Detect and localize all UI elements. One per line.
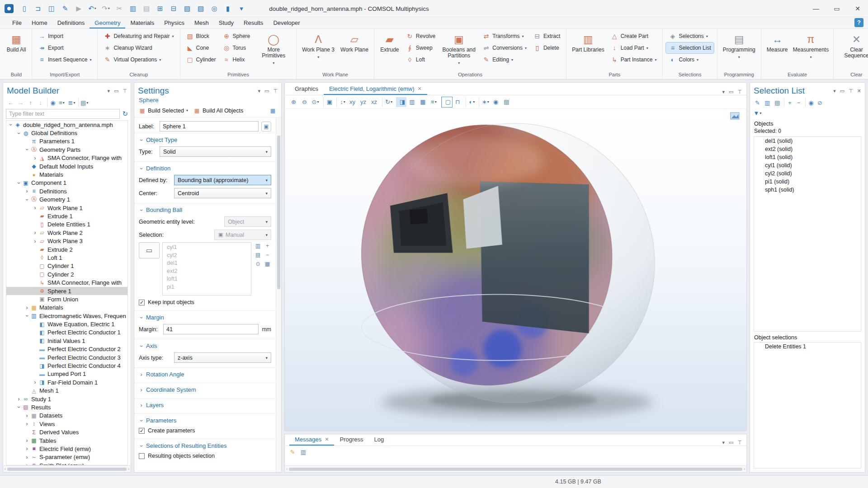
extract-button[interactable]: ⊟Extract xyxy=(531,31,563,42)
work-plane-button[interactable]: ▱Work Plane xyxy=(338,31,371,71)
save-icon[interactable]: ◫▾ xyxy=(45,3,58,14)
load-part-button[interactable]: ↓Load Part▾ xyxy=(608,42,660,53)
create-part-button[interactable]: △Create Part xyxy=(608,31,660,42)
maximize-button[interactable]: ▭ xyxy=(826,0,847,17)
pin-panel-icon[interactable]: ⊤ xyxy=(737,89,742,95)
float-panel-icon[interactable]: ▭ xyxy=(264,88,269,94)
panel-menu-icon[interactable]: ▾ xyxy=(722,440,725,446)
open-file-icon[interactable]: ⊐▾ xyxy=(32,3,44,14)
active-selection-toggle[interactable]: ▭ xyxy=(139,242,160,258)
new-file-icon[interactable]: ▯▾ xyxy=(18,3,31,14)
tree-item[interactable]: Electromagnetic Waves, Frequen xyxy=(6,312,127,320)
tree-item[interactable]: Wave Equation, Electric 1 xyxy=(6,320,127,328)
tree-expander-icon[interactable] xyxy=(24,146,30,153)
tree-expander-icon[interactable] xyxy=(24,413,30,419)
tree-item[interactable]: SMA Connector, Flange with xyxy=(6,278,127,286)
add-icon[interactable]: + xyxy=(264,242,271,249)
go-to-xy-view-icon[interactable]: xy▾ xyxy=(347,97,358,107)
collapse-expand-icon[interactable]: ≡▾ xyxy=(57,98,66,107)
menu-tab[interactable]: Home xyxy=(27,18,52,28)
move-up-icon[interactable]: ↑▾ xyxy=(26,98,35,107)
tree-item[interactable]: Datasets xyxy=(6,412,127,420)
environment-icon[interactable]: ∗▾ xyxy=(479,97,490,107)
horizontal-scrollbar[interactable]: ‹ › xyxy=(285,465,746,472)
node-text-icon[interactable]: ▤▾ xyxy=(78,98,88,107)
clear-sequence-button[interactable]: ✕Clear Sequence xyxy=(837,31,868,71)
copy-text-icon[interactable]: ▥ xyxy=(299,448,307,456)
duplicate-icon[interactable]: ⊞▾ xyxy=(154,3,166,14)
create-selection-icon[interactable]: ▦ xyxy=(264,260,271,267)
tree-item[interactable]: Materials xyxy=(6,170,127,178)
pin-panel-icon[interactable]: ⊤ xyxy=(849,88,853,94)
scrollbar-thumb[interactable] xyxy=(277,136,280,289)
tree-expander-icon[interactable] xyxy=(24,437,30,444)
messages-tab[interactable]: Progress ✕ xyxy=(334,434,368,446)
pin-panel-icon[interactable]: ⊤ xyxy=(123,88,127,94)
tree-item[interactable]: Extrude 1 xyxy=(6,212,127,220)
sweep-button[interactable]: ∮Sweep xyxy=(403,42,438,53)
import-button[interactable]: →Import xyxy=(35,31,94,42)
tree-expander-icon[interactable] xyxy=(15,396,22,402)
graphics-canvas[interactable] xyxy=(285,109,746,431)
axis-type-select[interactable]: z-axis xyxy=(174,352,271,363)
tree-item[interactable]: Far-Field Domain 1 xyxy=(6,378,127,386)
show-icon[interactable]: ◉▾ xyxy=(47,98,57,107)
zoom-to-selection-icon[interactable]: ⊙ xyxy=(254,260,262,267)
pin-panel-icon[interactable]: ⊤ xyxy=(273,88,278,94)
undo-icon[interactable]: ↶▾ xyxy=(86,3,99,14)
tree-item[interactable]: Perfect Electric Conductor 1 xyxy=(6,328,127,337)
panel-menu-icon[interactable]: ▾ xyxy=(107,88,110,94)
tree-item[interactable]: Study 1 xyxy=(6,395,127,403)
parameters-section-header[interactable]: ›Parameters xyxy=(134,417,276,424)
tree-item[interactable]: Loft 1 xyxy=(6,253,127,262)
tree-expander-icon[interactable] xyxy=(15,130,22,136)
tree-expander-icon[interactable] xyxy=(32,155,38,161)
tree-item[interactable]: S-parameter (emw) xyxy=(6,453,127,461)
select-icon[interactable]: ▧▾ xyxy=(181,3,193,14)
zoom-out-icon[interactable]: ⊖▾ xyxy=(299,97,310,107)
objects-list[interactable]: del1 (solid) ext2 (solid) loft1 (solid) … xyxy=(754,136,861,332)
selection-list-button[interactable]: ≡Selection List xyxy=(666,42,713,53)
tree-filter-input[interactable] xyxy=(6,109,120,119)
defined-by-select[interactable]: Bounding ball (approximate) xyxy=(174,175,271,185)
messages-tab[interactable]: Messages ✕ xyxy=(289,434,334,446)
redo-icon[interactable]: ↷▾ xyxy=(99,3,112,14)
tree-item[interactable]: Results xyxy=(6,403,127,411)
menu-tab[interactable]: Study xyxy=(214,18,239,28)
graphics-tab[interactable]: Electric Field, Logarithmic (emw) ✕ xyxy=(324,83,427,95)
paste-icon[interactable]: ▤ xyxy=(254,251,262,258)
tree-item[interactable]: Cylinder 1 xyxy=(6,262,127,270)
view-lock-icon[interactable]: ⊓▾ xyxy=(453,97,463,107)
tree-expander-icon[interactable] xyxy=(24,454,30,460)
scroll-left-icon[interactable]: ‹ xyxy=(286,467,288,471)
object-list-item[interactable]: sph1 (solid) xyxy=(754,186,861,194)
transparency-icon[interactable]: ◨▾ xyxy=(396,97,406,107)
settings-scrollbar[interactable] xyxy=(276,117,281,472)
suppress-icon[interactable]: ⊘ xyxy=(815,98,825,107)
delete-icon[interactable]: ⊟▾ xyxy=(167,3,180,14)
object-type-section-header[interactable]: ›Object Type xyxy=(134,136,276,144)
tree-item[interactable]: SMA Connector, Flange with xyxy=(6,154,127,162)
tree-item[interactable]: Work Plane 2 xyxy=(6,229,127,237)
delete-button[interactable]: ▯Delete xyxy=(531,42,563,53)
tree-item[interactable]: Parameters 1 xyxy=(6,137,127,145)
selections-button[interactable]: ◈Selections▾ xyxy=(666,31,713,42)
object-list-item[interactable]: pi1 (solid) xyxy=(754,178,861,186)
float-panel-icon[interactable]: ▭ xyxy=(729,440,733,446)
run-icon[interactable]: ▶▾ xyxy=(72,3,85,14)
float-panel-icon[interactable]: ▭ xyxy=(729,89,733,95)
graphics-tab[interactable]: Graphics ✕ xyxy=(289,83,324,95)
label-action-button[interactable]: ▣ xyxy=(261,122,271,131)
tree-item[interactable]: Perfect Electric Conductor 3 xyxy=(6,353,127,361)
menu-tab[interactable]: Mesh xyxy=(189,18,214,28)
paste-icon[interactable]: ▤▾ xyxy=(140,3,153,14)
tree-item[interactable]: Cylinder 2 xyxy=(6,270,127,278)
float-panel-icon[interactable]: ▭ xyxy=(114,88,118,94)
tree-item[interactable]: Materials xyxy=(6,304,127,312)
copy-icon[interactable]: ▥▾ xyxy=(127,3,139,14)
snapshot-icon[interactable]: ◉▾ xyxy=(491,97,501,107)
object-list-item[interactable]: loft1 (solid) xyxy=(754,153,861,161)
object-selections-list[interactable]: Delete Entities 1 xyxy=(754,342,861,469)
revolve-button[interactable]: ↻Revolve xyxy=(403,31,438,42)
menu-tab[interactable]: Developer xyxy=(268,18,305,28)
